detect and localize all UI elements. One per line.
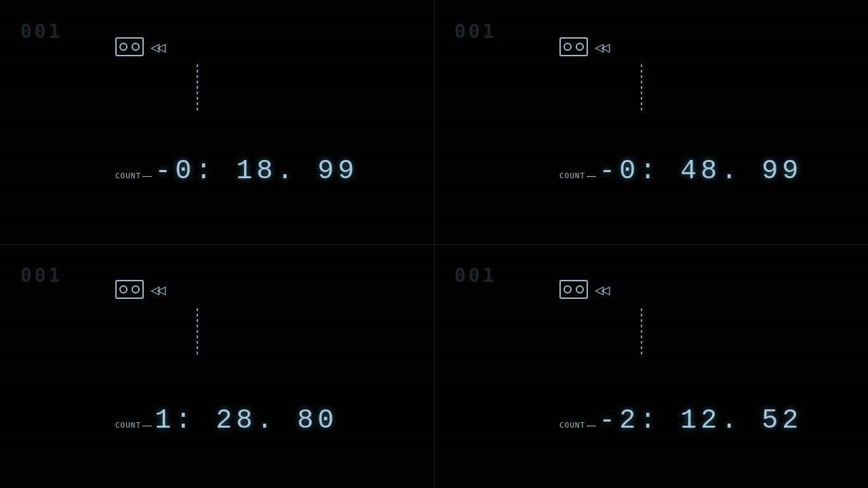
cassette-icon-br xyxy=(559,280,588,299)
rewind-icon-tr: ◁◁ xyxy=(595,39,608,56)
count-label-tl: COUNT xyxy=(115,172,152,180)
rewind-icon-tl: ◁◁ xyxy=(151,39,163,56)
cassette-icon-tl xyxy=(115,37,144,56)
screen: 001 ◁◁ COUNT -0: 18. 99 001 ◁◁ COUNT -0:… xyxy=(0,0,868,488)
tape-row-tl: ◁◁ xyxy=(115,37,163,56)
vert-line-bl xyxy=(197,308,198,356)
counter-row-tr: COUNT -0: 48. 99 xyxy=(559,156,802,186)
quadrant-top-left: 001 ◁◁ COUNT -0: 18. 99 xyxy=(0,0,434,244)
counter-value-tl: -0: 18. 99 xyxy=(155,156,358,186)
tape-row-br: ◁◁ xyxy=(559,280,608,299)
quadrant-bottom-right: 001 ◁◁ COUNT -2: 12. 52 xyxy=(434,244,868,488)
counter-value-tr: -0: 48. 99 xyxy=(599,156,802,186)
quadrant-top-right: 001 ◁◁ COUNT -0: 48. 99 xyxy=(434,0,868,244)
counter-value-bl: 1: 28. 80 xyxy=(155,405,338,436)
vert-line-tr xyxy=(641,64,642,112)
tape-row-bl: ◁◁ xyxy=(115,280,163,299)
quadrant-bottom-left: 001 ◁◁ COUNT 1: 28. 80 xyxy=(0,244,434,488)
vert-line-br xyxy=(641,308,642,356)
vert-line-tl xyxy=(197,64,198,112)
count-label-br: COUNT xyxy=(559,422,596,429)
tape-row-tr: ◁◁ xyxy=(559,37,608,56)
bg-label-tr: 001 xyxy=(454,20,497,43)
rewind-icon-bl: ◁◁ xyxy=(151,281,163,298)
cassette-icon-tr xyxy=(559,37,588,56)
count-label-bl: COUNT xyxy=(115,422,152,429)
counter-row-br: COUNT -2: 12. 52 xyxy=(559,405,802,436)
counter-value-br: -2: 12. 52 xyxy=(599,405,802,436)
bg-label-tl: 001 xyxy=(20,20,63,43)
counter-row-tl: COUNT -0: 18. 99 xyxy=(115,156,358,186)
rewind-icon-br: ◁◁ xyxy=(595,281,608,298)
bg-label-bl: 001 xyxy=(20,264,63,287)
vertical-divider xyxy=(434,0,435,488)
count-label-tr: COUNT xyxy=(559,172,596,180)
bg-label-br: 001 xyxy=(454,264,497,287)
counter-row-bl: COUNT 1: 28. 80 xyxy=(115,405,338,436)
cassette-icon-bl xyxy=(115,280,144,299)
